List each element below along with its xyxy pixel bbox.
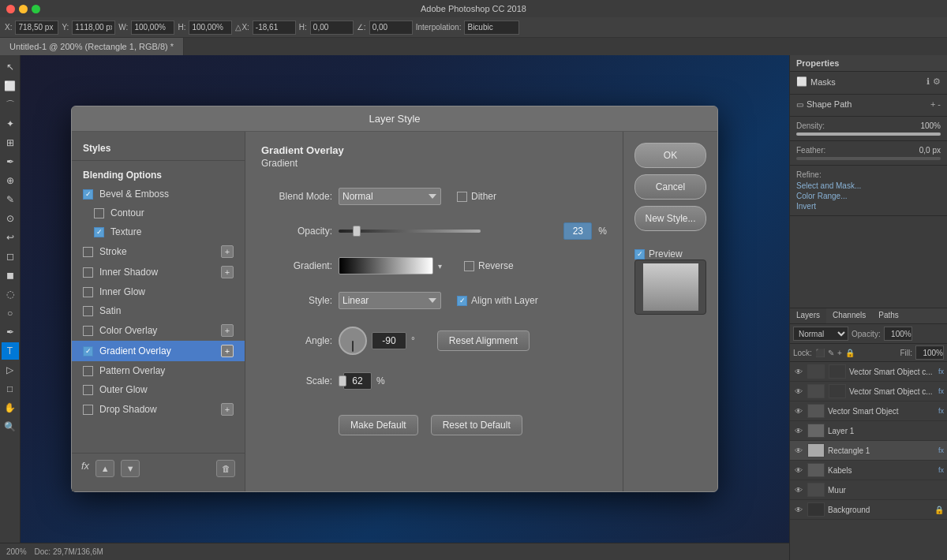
opacity-value-input[interactable]: 23	[563, 222, 592, 240]
layer-visibility-toggle[interactable]: 👁	[793, 405, 804, 416]
layer-visibility-toggle[interactable]: 👁	[793, 366, 804, 377]
color-range-btn[interactable]: Color Range...	[796, 192, 941, 200]
drop-shadow-checkbox[interactable]	[83, 405, 93, 415]
scale-value-input[interactable]	[343, 372, 372, 390]
dx-input[interactable]	[253, 21, 296, 35]
layer-visibility-toggle[interactable]: 👁	[793, 386, 804, 397]
stroke-checkbox[interactable]	[83, 247, 93, 257]
scale-slider-thumb[interactable]	[339, 375, 346, 386]
lock-transparent-icon[interactable]: ⬛	[815, 349, 825, 357]
properties-info-icon[interactable]: ℹ	[926, 77, 930, 87]
reverse-checkbox[interactable]	[464, 261, 474, 271]
inner-shadow-checkbox[interactable]	[83, 267, 93, 278]
h-input[interactable]	[189, 21, 232, 35]
satin-checkbox[interactable]	[83, 306, 93, 316]
ok-btn[interactable]: OK	[634, 143, 706, 168]
rot-input[interactable]	[369, 21, 413, 35]
invert-btn[interactable]: Invert	[796, 202, 941, 211]
layer-visibility-toggle[interactable]: 👁	[793, 484, 804, 495]
layer-visibility-toggle[interactable]: 👁	[793, 425, 804, 436]
layer-item[interactable]: 👁 Vector Smart Object c... fx	[790, 362, 947, 382]
subtract-mask-icon[interactable]: -	[938, 99, 941, 109]
lock-position-icon[interactable]: +	[837, 349, 842, 357]
reset-alignment-btn[interactable]: Reset Alignment	[437, 330, 530, 351]
sidebar-blending-options[interactable]: Blending Options	[72, 166, 245, 185]
sidebar-item-color-overlay[interactable]: Color Overlay +	[72, 320, 245, 341]
contour-checkbox[interactable]	[94, 208, 104, 218]
add-mask-icon[interactable]: +	[930, 99, 935, 109]
sidebar-item-gradient-overlay[interactable]: Gradient Overlay +	[72, 341, 245, 361]
y-input[interactable]	[72, 21, 115, 35]
sidebar-item-outer-glow[interactable]: Outer Glow	[72, 380, 245, 399]
document-tab[interactable]: Untitled-1 @ 200% (Rectangle 1, RGB/8) *	[0, 38, 184, 55]
interp-input[interactable]	[464, 21, 519, 35]
tab-paths[interactable]: Paths	[872, 308, 905, 323]
sidebar-item-contour[interactable]: Contour	[72, 203, 245, 222]
reset-to-default-btn[interactable]: Reset to Default	[431, 415, 522, 435]
gradient-overlay-checkbox[interactable]	[83, 346, 93, 357]
sidebar-item-satin[interactable]: Satin	[72, 301, 245, 320]
layer-item[interactable]: 👁 Vector Smart Object c... fx	[790, 382, 947, 401]
x-input[interactable]	[15, 21, 58, 35]
gradient-overlay-add-btn[interactable]: +	[221, 345, 234, 357]
preview-checkbox[interactable]	[634, 249, 645, 259]
layer-visibility-toggle[interactable]: 👁	[793, 504, 804, 515]
style-select[interactable]: Linear	[339, 292, 441, 309]
layer-item[interactable]: 👁 Muur	[790, 480, 947, 500]
inner-shadow-add-btn[interactable]: +	[221, 266, 234, 278]
layer-visibility-toggle[interactable]: 👁	[793, 465, 804, 476]
inner-glow-checkbox[interactable]	[83, 287, 93, 297]
fill-input[interactable]	[915, 345, 944, 360]
shape-path-section[interactable]: ▭ Shape Path + -	[790, 95, 947, 117]
minimize-button[interactable]	[19, 5, 28, 13]
gradient-dropdown-arrow[interactable]: ▾	[438, 262, 442, 271]
close-button[interactable]	[6, 5, 15, 13]
delete-btn[interactable]: 🗑	[216, 460, 235, 477]
angle-value-input[interactable]	[372, 332, 406, 349]
gradient-picker[interactable]	[339, 257, 433, 274]
layer-item[interactable]: 👁 Background 🔒	[790, 500, 947, 520]
layer-item[interactable]: 👁 Layer 1	[790, 421, 947, 441]
layer-item[interactable]: 👁 Vector Smart Object fx	[790, 401, 947, 421]
layer-item-rectangle[interactable]: 👁 Rectangle 1 fx	[790, 441, 947, 461]
texture-checkbox[interactable]	[94, 227, 104, 237]
make-default-btn[interactable]: Make Default	[339, 415, 418, 435]
sidebar-item-drop-shadow[interactable]: Drop Shadow +	[72, 399, 245, 420]
layer-item[interactable]: 👁 Kabels fx	[790, 461, 947, 480]
color-overlay-add-btn[interactable]: +	[221, 324, 234, 337]
color-overlay-checkbox[interactable]	[83, 326, 93, 336]
layer-visibility-toggle[interactable]: 👁	[793, 445, 804, 456]
opacity-input[interactable]	[884, 327, 912, 341]
pattern-overlay-checkbox[interactable]	[83, 366, 93, 376]
cancel-btn[interactable]: Cancel	[634, 174, 706, 200]
sidebar-item-inner-glow[interactable]: Inner Glow	[72, 282, 245, 301]
blend-mode-select[interactable]: Normal	[339, 188, 441, 205]
angle-dial[interactable]	[339, 327, 367, 355]
tab-layers[interactable]: Layers	[790, 308, 826, 323]
move-up-btn[interactable]: ▲	[95, 460, 114, 477]
bevel-emboss-checkbox[interactable]	[83, 189, 93, 200]
align-layer-checkbox[interactable]	[457, 296, 467, 306]
sidebar-item-texture[interactable]: Texture	[72, 222, 245, 241]
w-input[interactable]	[131, 21, 174, 35]
tab-channels[interactable]: Channels	[826, 308, 872, 323]
sidebar-item-inner-shadow[interactable]: Inner Shadow +	[72, 262, 245, 282]
select-and-mask-btn[interactable]: Select and Mask...	[796, 181, 941, 190]
dither-checkbox[interactable]	[457, 192, 467, 202]
drop-shadow-add-btn[interactable]: +	[221, 403, 234, 416]
outer-glow-checkbox[interactable]	[83, 385, 93, 395]
dy-input[interactable]	[310, 21, 354, 35]
properties-settings-icon[interactable]: ⚙	[933, 77, 941, 87]
new-style-btn[interactable]: New Style...	[634, 206, 706, 231]
lock-all-icon[interactable]: 🔒	[845, 349, 855, 357]
sidebar-item-bevel-emboss[interactable]: Bevel & Emboss	[72, 185, 245, 203]
stroke-add-btn[interactable]: +	[221, 245, 234, 258]
move-down-btn[interactable]: ▼	[121, 460, 140, 477]
sidebar-item-stroke[interactable]: Stroke +	[72, 241, 245, 262]
sidebar-item-pattern-overlay[interactable]: Pattern Overlay	[72, 361, 245, 380]
opacity-slider-thumb[interactable]	[353, 226, 361, 237]
lock-image-icon[interactable]: ✎	[828, 349, 834, 357]
opacity-slider-track[interactable]	[339, 230, 481, 233]
layers-mode-select[interactable]: Normal	[793, 327, 848, 341]
maximize-button[interactable]	[32, 5, 40, 13]
